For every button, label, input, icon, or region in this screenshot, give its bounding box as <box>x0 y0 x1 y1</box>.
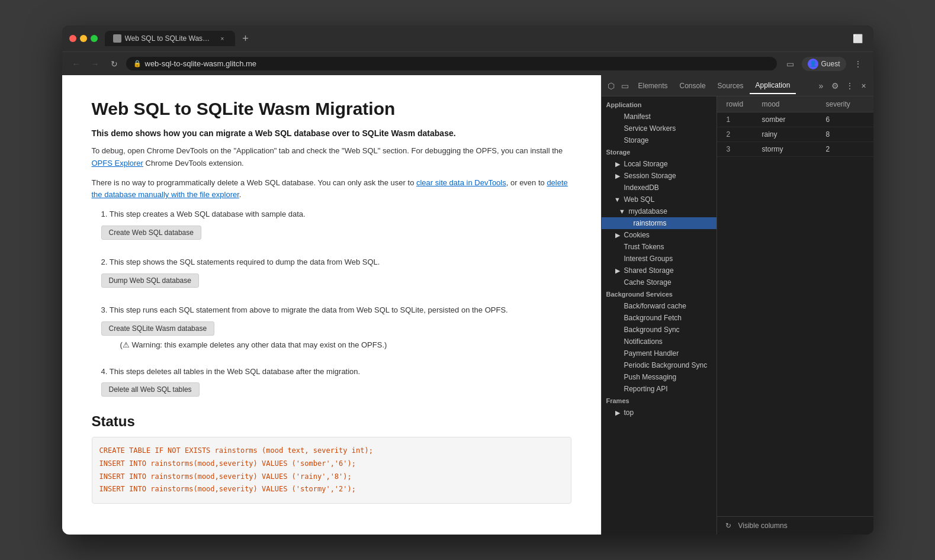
sidebar-section-background-services: Background Services <box>602 288 716 300</box>
sidebar-item-storage[interactable]: Storage <box>602 134 716 146</box>
sidebar-item-label: IndexedDB <box>624 184 659 192</box>
sidebar-item-periodic-background-sync[interactable]: Periodic Background Sync <box>602 359 716 371</box>
sidebar-item-label: Cache Storage <box>624 278 671 287</box>
sidebar-item-web-sql[interactable]: ▼Web SQL <box>602 194 716 205</box>
sidebar-item-session-storage[interactable]: ▶Session Storage <box>602 170 716 182</box>
page-para2: There is no way to programmatically dele… <box>92 177 571 202</box>
profile-icon: 👤 <box>808 59 818 69</box>
address-bar: ← → ↻ 🔒 web-sql-to-sqlite-wasm.glitch.me… <box>62 52 873 75</box>
dump-websql-button[interactable]: Dump Web SQL database <box>101 273 199 288</box>
tree-item-icon: ▼ <box>618 208 626 215</box>
sidebar-item-label: top <box>624 408 634 417</box>
sidebar-item-service-workers[interactable]: Service Workers <box>602 123 716 134</box>
sidebar-item-label: Push Messaging <box>624 373 677 381</box>
create-sqlite-button[interactable]: Create SQLite Wasm database <box>101 321 215 336</box>
clear-site-data-link[interactable]: clear site data in DevTools <box>416 178 506 187</box>
sidebar-item-cache-storage[interactable]: Cache Storage <box>602 276 716 288</box>
page-content: Web SQL to SQLite Wasm Migration This de… <box>62 75 601 535</box>
sidebar-item-notifications[interactable]: Notifications <box>602 336 716 347</box>
devtools-main: rowid mood severity 1somber62rainy83stor… <box>717 96 873 535</box>
sidebar-item-background-fetch[interactable]: Background Fetch <box>602 312 716 324</box>
minimize-traffic-light[interactable] <box>80 35 87 42</box>
tab-favicon <box>113 34 121 43</box>
sidebar-section-frames: Frames <box>602 395 716 407</box>
delete-websql-button[interactable]: Delete all Web SQL tables <box>101 382 200 397</box>
table-row[interactable]: 2rainy8 <box>717 127 873 142</box>
sidebar-item-back/forward-cache[interactable]: Back/forward cache <box>602 300 716 312</box>
devtools-device-icon[interactable]: ▭ <box>618 79 632 93</box>
sidebar-item-payment-handler[interactable]: Payment Handler <box>602 347 716 359</box>
status-title: Status <box>92 413 571 430</box>
title-bar: Web SQL to SQLite Wasm Mig... × + ⬜ <box>62 25 873 52</box>
new-tab-button[interactable]: + <box>237 30 254 47</box>
tree-item-icon: ▶ <box>613 231 622 239</box>
devtools-cursor-icon[interactable]: ⬡ <box>604 79 618 93</box>
address-input[interactable]: 🔒 web-sql-to-sqlite-wasm.glitch.me <box>126 57 777 70</box>
sidebar-item-mydatabase[interactable]: ▼mydatabase <box>602 205 716 217</box>
tab-close-button[interactable]: × <box>219 34 227 43</box>
step-1-text: 1. This step creates a Web SQL database … <box>101 208 571 221</box>
sidebar-item-top[interactable]: ▶top <box>602 407 716 419</box>
tab-sources[interactable]: Sources <box>712 78 750 94</box>
sidebar-item-label: Cookies <box>624 231 650 239</box>
address-text: web-sql-to-sqlite-wasm.glitch.me <box>145 59 257 68</box>
sidebar-item-label: Shared Storage <box>624 266 674 275</box>
step-4: 4. This steps deletes all tables in the … <box>92 366 571 397</box>
sidebar-item-label: Background Fetch <box>624 314 682 322</box>
sidebar-item-indexeddb[interactable]: IndexedDB <box>602 182 716 194</box>
sidebar-item-interest-groups[interactable]: Interest Groups <box>602 253 716 265</box>
tab-application[interactable]: Application <box>750 78 796 94</box>
devtools-settings-icon[interactable]: ⚙ <box>828 79 843 93</box>
step-3-warning: (⚠ Warning: this example deletes any oth… <box>120 340 571 349</box>
title-bar-controls: ⬜ <box>850 30 866 47</box>
tree-item-icon: ▶ <box>613 409 622 417</box>
tab-console[interactable]: Console <box>674 78 712 94</box>
split-screen-button[interactable]: ▭ <box>782 56 798 72</box>
forward-button[interactable]: → <box>88 57 102 71</box>
sidebar-item-cookies[interactable]: ▶Cookies <box>602 229 716 241</box>
sidebar-item-label: Interest Groups <box>624 255 673 263</box>
maximize-traffic-light[interactable] <box>91 35 98 42</box>
sidebar-item-label: rainstorms <box>634 219 667 227</box>
sidebar-item-label: Back/forward cache <box>624 302 686 310</box>
tab-strip-button[interactable]: ⬜ <box>850 30 866 47</box>
col-severity: severity <box>821 99 869 110</box>
sidebar-item-reporting-api[interactable]: Reporting API <box>602 383 716 395</box>
create-websql-button[interactable]: Create Web SQL database <box>101 226 201 240</box>
traffic-lights <box>69 35 98 42</box>
sidebar-item-local-storage[interactable]: ▶Local Storage <box>602 158 716 170</box>
sidebar-item-label: Background Sync <box>624 326 680 334</box>
sidebar-item-rainstorms[interactable]: rainstorms <box>602 217 716 229</box>
devtools-footer: ↻ Visible columns <box>717 516 873 535</box>
table-row[interactable]: 1somber6 <box>717 112 873 127</box>
sidebar-item-label: Payment Handler <box>624 349 679 358</box>
more-menu-button[interactable]: ⋮ <box>850 56 866 72</box>
tree-item-icon: ▼ <box>613 196 622 203</box>
cell-rowid: 3 <box>722 144 757 155</box>
step-1: 1. This step creates a Web SQL database … <box>92 208 571 240</box>
browser-tab[interactable]: Web SQL to SQLite Wasm Mig... × <box>105 31 235 46</box>
sidebar-item-label: mydatabase <box>629 207 667 215</box>
table-row[interactable]: 3stormy2 <box>717 142 873 157</box>
devtools-close-icon[interactable]: × <box>857 79 871 93</box>
devtools-more-icon[interactable]: ⋮ <box>843 79 857 93</box>
close-traffic-light[interactable] <box>69 35 76 42</box>
sidebar-item-shared-storage[interactable]: ▶Shared Storage <box>602 265 716 276</box>
opfs-explorer-link[interactable]: OPFS Explorer <box>92 159 143 168</box>
sidebar-item-manifest[interactable]: Manifest <box>602 111 716 123</box>
tab-elements[interactable]: Elements <box>632 78 674 94</box>
back-button[interactable]: ← <box>69 57 83 71</box>
refresh-button[interactable]: ↻ <box>723 520 734 531</box>
table-body: 1somber62rainy83stormy2 <box>717 112 873 516</box>
sidebar-item-trust-tokens[interactable]: Trust Tokens <box>602 241 716 253</box>
sidebar-item-push-messaging[interactable]: Push Messaging <box>602 371 716 383</box>
reload-button[interactable]: ↻ <box>107 57 121 71</box>
profile-button[interactable]: 👤 Guest <box>802 57 846 71</box>
tree-item-icon: ▶ <box>613 172 622 180</box>
devtools-more-tabs[interactable]: » <box>814 79 828 93</box>
sidebar-item-background-sync[interactable]: Background Sync <box>602 324 716 336</box>
step-3-text: 3. This step runs each SQL statement fro… <box>101 304 571 317</box>
step-2-text: 2. This step shows the SQL statements re… <box>101 256 571 269</box>
tree-item-icon: ▶ <box>613 160 622 168</box>
sidebar-item-label: Local Storage <box>624 160 668 168</box>
